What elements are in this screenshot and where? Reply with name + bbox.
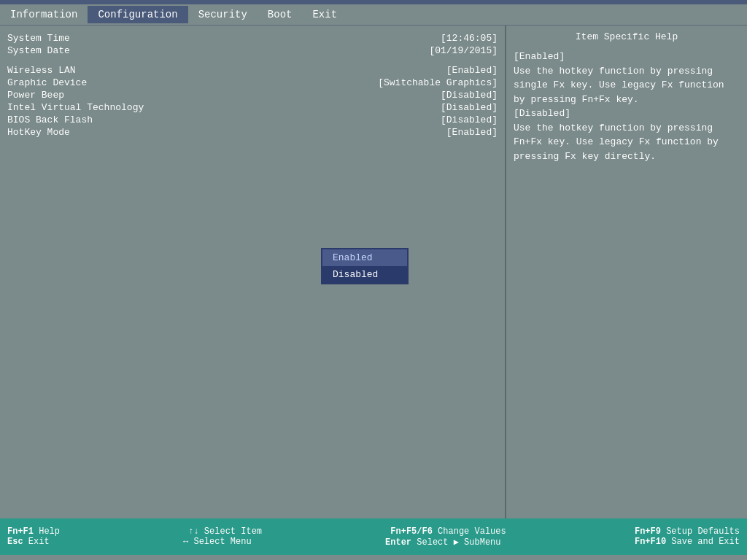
- footer-item2-Fn-F10: Fn+F10 Save and Exit: [635, 537, 740, 548]
- footer-item-↑↓: ↑↓ Select Item: [188, 526, 262, 537]
- row-value-0: [12:46:05]: [441, 33, 498, 44]
- row-label-7: BIOS Back Flash: [7, 114, 93, 125]
- row-value-3: [Enabled]: [446, 65, 498, 76]
- row-label-3: Wireless LAN: [7, 65, 76, 76]
- row-label-8: HotKey Mode: [7, 127, 70, 138]
- footer-row1: Fn+F1 Help↑↓ Select ItemFn+F5/F6 Change …: [7, 526, 740, 537]
- info-row-0: System Time[12:46:05]: [7, 33, 498, 44]
- help-title: Item Specific Help: [514, 31, 740, 42]
- footer: Fn+F1 Help↑↓ Select ItemFn+F5/F6 Change …: [0, 518, 747, 555]
- info-row-6: Intel Virtual Technology[Disabled]: [7, 102, 498, 113]
- row-label-1: System Date: [7, 45, 70, 56]
- info-row-5: Power Beep[Disabled]: [7, 90, 498, 101]
- row-label-0: System Time: [7, 33, 70, 44]
- dropdown-option-enabled[interactable]: Enabled: [322, 249, 407, 266]
- footer-row2: Esc Exit↔ Select MenuEnter Select ▶ SubM…: [7, 537, 740, 548]
- left-panel: System Time[12:46:05]System Date[01/19/2…: [0, 26, 506, 518]
- row-value-4: [Switchable Graphics]: [378, 77, 498, 88]
- row-value-7: [Disabled]: [441, 114, 498, 125]
- main-content: System Time[12:46:05]System Date[01/19/2…: [0, 26, 747, 518]
- info-row-7: BIOS Back Flash[Disabled]: [7, 114, 498, 125]
- info-row-4: Graphic Device[Switchable Graphics]: [7, 77, 498, 88]
- row-value-5: [Disabled]: [441, 90, 498, 101]
- right-panel: Item Specific Help [Enabled]Use the hotk…: [506, 26, 747, 518]
- footer-item-Fn-F5/F6: Fn+F5/F6 Change Values: [390, 526, 506, 537]
- dropdown-option-disabled[interactable]: Disabled: [322, 266, 407, 283]
- row-label-5: Power Beep: [7, 90, 64, 101]
- menu-item-exit[interactable]: Exit: [302, 6, 347, 23]
- row-label-6: Intel Virtual Technology: [7, 102, 144, 113]
- row-label-4: Graphic Device: [7, 77, 87, 88]
- help-content: [Enabled]Use the hotkey function by pres…: [514, 50, 740, 163]
- footer-item2-Esc: Esc Exit: [7, 537, 50, 548]
- menu-item-boot[interactable]: Boot: [258, 6, 303, 23]
- menu-bar: InformationConfigurationSecurityBootExit: [0, 4, 747, 26]
- footer-item-Fn-F9: Fn+F9 Setup Defaults: [635, 526, 740, 537]
- row-value-6: [Disabled]: [441, 102, 498, 113]
- menu-item-information[interactable]: Information: [0, 6, 88, 23]
- row-value-1: [01/19/2015]: [429, 45, 498, 56]
- dropdown-popup[interactable]: EnabledDisabled: [321, 248, 409, 284]
- info-row-3: Wireless LAN[Enabled]: [7, 65, 498, 76]
- footer-item-Fn-F1: Fn+F1 Help: [7, 526, 60, 537]
- info-row-1: System Date[01/19/2015]: [7, 45, 498, 56]
- menu-item-security[interactable]: Security: [188, 6, 258, 23]
- row-value-8: [Enabled]: [446, 127, 498, 138]
- info-row-8[interactable]: HotKey Mode[Enabled]: [7, 127, 498, 138]
- menu-item-configuration[interactable]: Configuration: [88, 6, 187, 23]
- spacer-2: [7, 58, 498, 65]
- footer-item2-↔: ↔ Select Menu: [183, 537, 252, 548]
- footer-item2-Enter: Enter Select ▶ SubMenu: [385, 537, 500, 548]
